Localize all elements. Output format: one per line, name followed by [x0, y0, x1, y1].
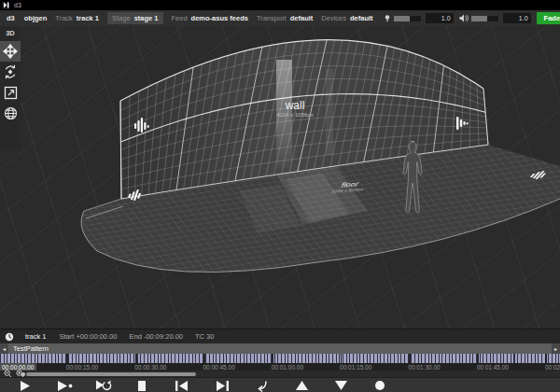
- next-section-button[interactable]: [210, 379, 234, 392]
- timeline-scrollbar[interactable]: [26, 372, 196, 376]
- volume-value[interactable]: 1.0: [503, 13, 531, 23]
- d3-application-window: d3 d3 objgen Track track 1 Stage stage 1…: [0, 0, 560, 392]
- scale-icon: [4, 86, 18, 100]
- ruler-tick-label: 00:00:45.00: [203, 364, 234, 371]
- ruler-tick-label: 00:01:30.00: [408, 364, 440, 371]
- fade-up-button[interactable]: Fade up: [537, 12, 560, 24]
- previous-section-button[interactable]: [169, 379, 193, 392]
- down-triangle-icon: [334, 380, 348, 391]
- globe-tool-button[interactable]: [0, 103, 21, 123]
- menu-track[interactable]: Track track 1: [55, 14, 99, 22]
- loop-section-button[interactable]: [91, 379, 116, 392]
- track-clock-icon[interactable]: [5, 332, 14, 342]
- svg-text:4224 x 1056px: 4224 x 1056px: [276, 112, 313, 118]
- menu-feed[interactable]: Feed demo-asus feeds: [172, 14, 248, 22]
- record-icon: [374, 380, 385, 391]
- play-icon: [19, 380, 32, 392]
- up-button[interactable]: [289, 379, 314, 392]
- menu-app[interactable]: d3: [7, 14, 15, 22]
- ruler-tick-label: 00:00:15.00: [66, 364, 98, 371]
- section-prev-arrow-icon[interactable]: ◂: [0, 343, 8, 354]
- window-title: d3: [14, 2, 21, 9]
- ruler-tick-label: 00:02:00.00: [545, 364, 560, 371]
- play-to-next-button[interactable]: [52, 379, 77, 392]
- track-timecode: TC 30: [195, 332, 214, 341]
- pan-tool-button[interactable]: [0, 41, 21, 62]
- brightness-slider[interactable]: [394, 16, 421, 21]
- section-name: TestPattern: [13, 344, 49, 353]
- menu-stage[interactable]: Stage stage 1: [107, 12, 162, 24]
- timeline-zoom-row: [0, 371, 560, 377]
- stop-button[interactable]: [130, 379, 154, 392]
- transport-controls: [0, 377, 560, 392]
- menu-transport[interactable]: Transport default: [257, 14, 313, 22]
- volume-slider[interactable]: [471, 16, 498, 21]
- scrollbar-handle[interactable]: [21, 372, 25, 376]
- section-next-arrow-icon[interactable]: ▸: [552, 343, 560, 354]
- return-to-start-button[interactable]: [250, 379, 274, 392]
- globe-icon: [4, 106, 18, 120]
- play-to-next-icon: [57, 380, 73, 392]
- orbit-tool-button[interactable]: [0, 62, 21, 82]
- title-bar: d3: [0, 0, 560, 10]
- stage-3d-viewport[interactable]: wall 4224 x 1056px floor 1056 x 528px: [0, 26, 560, 329]
- loop-section-icon: [95, 379, 112, 392]
- brightness-icon: [384, 14, 391, 22]
- menu-project[interactable]: objgen: [24, 14, 48, 22]
- track-start: Start +00:00:00.00: [60, 332, 118, 341]
- brightness-value[interactable]: 1.0: [426, 13, 454, 23]
- svg-text:wall: wall: [285, 99, 305, 112]
- menu-devices[interactable]: Devices default: [321, 14, 372, 22]
- section-bar[interactable]: ◂ TestPattern ▸: [0, 343, 560, 354]
- previous-section-icon: [175, 380, 189, 392]
- viewport-toolbar: 3D: [0, 26, 21, 150]
- master-controls: 1.0 1.0 Fade up: [384, 12, 560, 24]
- play-button[interactable]: [13, 379, 37, 392]
- track-header: track 1 Start +00:00:00.00 End -00:09:20…: [0, 329, 560, 343]
- toolbar-3d-label: 3D: [6, 26, 15, 41]
- stage-scene: wall 4224 x 1056px floor 1056 x 528px: [0, 26, 560, 329]
- timeline-tick-band[interactable]: [0, 354, 560, 363]
- speaker-icon: [459, 14, 469, 22]
- move-icon: [3, 44, 18, 59]
- stop-icon: [137, 380, 147, 392]
- up-triangle-icon: [295, 380, 309, 391]
- scale-tool-button[interactable]: [0, 82, 21, 103]
- ruler-tick-label: 00:01:15.00: [340, 364, 371, 371]
- return-arrow-icon: [256, 380, 269, 392]
- menu-bar: d3 objgen Track track 1 Stage stage 1 Fe…: [0, 10, 560, 26]
- track-name[interactable]: track 1: [25, 332, 47, 341]
- next-section-icon: [216, 380, 230, 392]
- orbit-icon: [3, 64, 18, 79]
- record-button[interactable]: [368, 379, 392, 392]
- ruler-tick-label: 00:00:30.00: [134, 364, 166, 371]
- timeline-ruler[interactable]: 00:00:00.00 00:00:15.0000:00:30.0000:00:…: [0, 363, 560, 371]
- light-beam-faint: [326, 69, 333, 155]
- ruler-tick-label: 00:01:00.00: [272, 364, 303, 371]
- track-end: End -00:09:20.00: [129, 332, 183, 341]
- d3-logo-icon: [2, 2, 9, 9]
- ruler-tick-label: 00:01:45.00: [477, 364, 509, 371]
- down-button[interactable]: [329, 379, 353, 392]
